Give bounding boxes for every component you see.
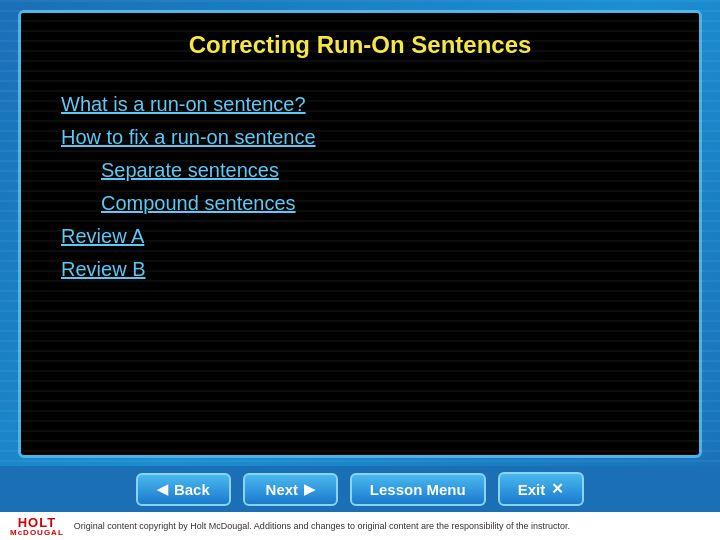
nav-item-item-6[interactable]: Review B [61,258,659,281]
back-arrow-icon: ◀ [157,481,168,497]
footer-copyright: Original content copyright by Holt McDou… [74,521,710,531]
next-arrow-icon: ▶ [304,481,315,497]
nav-item-item-3[interactable]: Separate sentences [101,159,659,182]
nav-item-item-4[interactable]: Compound sentences [101,192,659,215]
page-title: Correcting Run-On Sentences [189,31,532,58]
holt-logo: HOLT McDOUGAL [10,516,64,537]
brand-mcdougal: McDOUGAL [10,529,64,537]
bottom-toolbar: ◀ Back Next ▶ Lesson Menu Exit ✕ [0,466,720,512]
brand-holt: HOLT [18,516,56,529]
app-container: Correcting Run-On Sentences What is a ru… [0,0,720,540]
lesson-menu-button[interactable]: Lesson Menu [350,473,486,506]
exit-x-icon: ✕ [551,480,564,498]
nav-item-item-1[interactable]: What is a run-on sentence? [61,93,659,116]
main-content-area: Correcting Run-On Sentences What is a ru… [0,0,720,466]
nav-item-item-2[interactable]: How to fix a run-on sentence [61,126,659,149]
back-button[interactable]: ◀ Back [136,473,231,506]
nav-list: What is a run-on sentence?How to fix a r… [21,73,699,291]
footer-bar: HOLT McDOUGAL Original content copyright… [0,512,720,540]
title-bar: Correcting Run-On Sentences [21,13,699,73]
content-box: Correcting Run-On Sentences What is a ru… [18,10,702,458]
next-button[interactable]: Next ▶ [243,473,338,506]
exit-button[interactable]: Exit ✕ [498,472,585,506]
nav-item-item-5[interactable]: Review A [61,225,659,248]
